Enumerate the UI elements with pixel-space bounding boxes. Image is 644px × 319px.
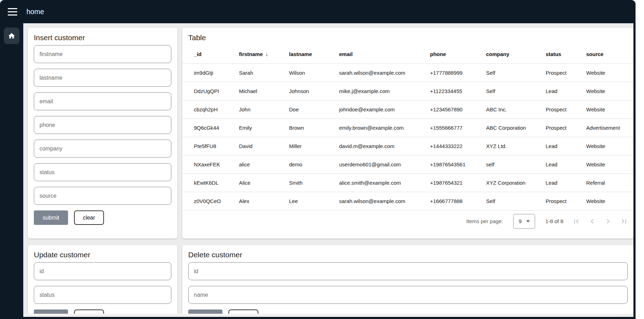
cell-_id: 9Q6cGk44	[182, 118, 239, 137]
table-row: z0V0QCeOAlexLeesarah.wilson@example.com+…	[182, 192, 633, 210]
company-input[interactable]	[34, 140, 171, 158]
table-row: kEwtK6DLAliceSmithalice.smith@example.co…	[182, 173, 633, 192]
lastname-input[interactable]	[34, 69, 171, 87]
column-header-company[interactable]: company	[486, 45, 546, 63]
last-page-icon[interactable]	[620, 217, 628, 226]
cell-_id: im9dGtji	[182, 63, 239, 82]
cell-phone: +1122334455	[430, 82, 486, 100]
phone-input[interactable]	[34, 116, 171, 134]
cell-phone: +1987654321	[430, 173, 486, 192]
cell-company: ABC Corporation	[486, 118, 546, 137]
cell-phone: +1666777888	[430, 192, 486, 210]
cell-source: Website	[586, 100, 633, 118]
insert-submit-button[interactable]: submit	[34, 210, 68, 225]
items-per-page-select[interactable]: 9	[513, 214, 535, 229]
cell-lastname: Doe	[289, 100, 339, 118]
cell-source: Website	[586, 155, 633, 173]
cell-company: XYZ Ltd.	[486, 137, 546, 155]
sidebar-item-home[interactable]	[4, 27, 19, 44]
cell-status: Lead	[546, 137, 586, 155]
cell-status: Lead	[546, 155, 586, 173]
delete-buttons: submit clear	[188, 309, 628, 314]
previous-page-icon[interactable]	[588, 217, 596, 226]
column-header-phone[interactable]: phone	[430, 45, 486, 63]
cell-source: Website	[586, 63, 633, 82]
cell-phone: +1444333222	[430, 137, 486, 155]
column-header-lastname[interactable]: lastname	[289, 45, 339, 63]
cell-source: Advertisement	[586, 118, 633, 137]
update-clear-button[interactable]: clear	[74, 309, 104, 314]
cell-status: Prospect	[546, 100, 586, 118]
cell-company: self	[486, 155, 546, 173]
delete-clear-button[interactable]: clear	[228, 309, 258, 314]
cell-firstname: alice	[239, 155, 289, 173]
cell-email: sarah.wilson@example.com	[339, 63, 430, 82]
column-header-firstname[interactable]: firstname↓	[239, 45, 289, 63]
cell-email: mike.j@example.com	[339, 82, 430, 100]
hamburger-menu-icon[interactable]	[8, 8, 17, 16]
cell-lastname: Johnson	[289, 82, 339, 100]
table-row: im9dGtjiSarahWilsonsarah.wilson@example.…	[182, 63, 633, 82]
firstname-input[interactable]	[34, 45, 171, 63]
delete-submit-button[interactable]: submit	[188, 309, 222, 314]
home-icon	[8, 32, 16, 40]
email-input[interactable]	[34, 92, 171, 110]
column-header-id[interactable]: _id	[182, 45, 239, 63]
first-page-icon[interactable]	[572, 217, 581, 226]
table-card: Table _id firstname↓ lastname email phon…	[182, 28, 633, 239]
source-input[interactable]	[34, 187, 171, 205]
update-id-input[interactable]	[34, 262, 171, 280]
delete-customer-title: Delete customer	[188, 251, 628, 259]
update-buttons: submit clear	[34, 309, 171, 314]
app-window: home Insert customer submit clear T	[0, 0, 636, 319]
cell-firstname: Alex	[239, 192, 289, 210]
delete-name-input[interactable]	[188, 286, 628, 304]
insert-buttons: submit clear	[34, 210, 171, 225]
cell-status: Prospect	[546, 192, 586, 210]
cell-firstname: John	[239, 100, 289, 118]
table-row: 9Q6cGk44EmilyBrownemily.brown@example.co…	[182, 118, 633, 137]
delete-id-input[interactable]	[188, 262, 628, 280]
cell-firstname: Alice	[239, 173, 289, 192]
table-row: NXaxeFEKalicedemouserdemo601@gmail.com+1…	[182, 155, 633, 173]
cell-_id: cbzqh2pH	[182, 100, 239, 118]
update-customer-title: Update customer	[34, 251, 171, 259]
cell-status: Prospect	[546, 63, 586, 82]
update-status-input[interactable]	[34, 286, 171, 304]
cell-lastname: Miller	[289, 137, 339, 155]
cell-phone: +19876543561	[430, 155, 486, 173]
cell-lastname: Smith	[289, 173, 339, 192]
cell-email: sarah.wilson@example.com	[339, 192, 430, 210]
next-page-icon[interactable]	[604, 217, 612, 226]
horizontal-scrollbar[interactable]	[23, 314, 633, 317]
cell-_id: z0V0QCeO	[182, 192, 239, 210]
cell-source: Website	[586, 192, 633, 210]
cell-company: XYZ Corporation	[486, 173, 546, 192]
table-body: im9dGtjiSarahWilsonsarah.wilson@example.…	[182, 63, 633, 210]
column-header-source[interactable]: source	[586, 45, 633, 63]
table-row: Pte5fFU8DavidMillerdavid.m@example.com+1…	[182, 137, 633, 155]
status-input[interactable]	[34, 163, 171, 181]
cell-source: Referral	[586, 173, 633, 192]
cell-_id: DdzUgQPI	[182, 82, 239, 100]
page-range-label: 1-8 of 8	[545, 218, 563, 224]
insert-customer-card: Insert customer submit clear	[28, 28, 177, 239]
update-customer-card: Update customer submit clear	[28, 245, 177, 314]
column-header-status[interactable]: status	[546, 45, 586, 63]
update-submit-button[interactable]: submit	[34, 309, 68, 314]
cell-firstname: Emily	[239, 118, 289, 137]
cell-email: alice.smith@example.com	[339, 173, 430, 192]
cell-lastname: Lee	[289, 192, 339, 210]
column-header-email[interactable]: email	[339, 45, 430, 63]
cell-_id: NXaxeFEK	[182, 155, 239, 173]
items-per-page-label: Items per page:	[466, 218, 503, 224]
cell-phone: +1777888999	[430, 63, 486, 82]
insert-clear-button[interactable]: clear	[74, 210, 104, 225]
cell-email: emily.brown@example.com	[339, 118, 430, 137]
table-row: DdzUgQPIMichaelJohnsonmike.j@example.com…	[182, 82, 633, 100]
cell-firstname: Sarah	[239, 63, 289, 82]
cell-email: userdemo601@gmail.com	[339, 155, 430, 173]
top-navbar: home	[0, 0, 636, 23]
cell-lastname: demo	[289, 155, 339, 173]
cell-email: david.m@example.com	[339, 137, 430, 155]
